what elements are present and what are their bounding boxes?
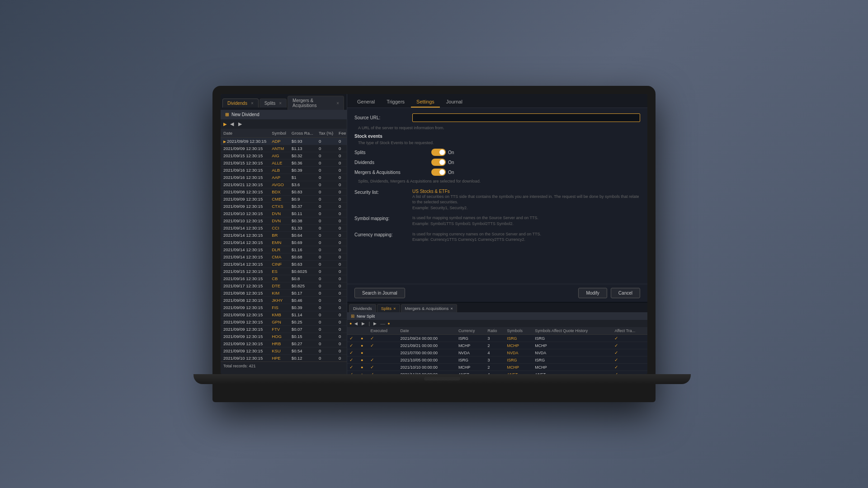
bottom-tab-mergers-label: Mergers & Acquisitions	[405, 306, 449, 311]
dividends-toggle-track[interactable]	[431, 159, 446, 166]
nav-settings[interactable]: Settings	[411, 97, 440, 108]
bcol-symbols-affect[interactable]: Symbols Affect Quote History	[533, 327, 612, 335]
bottom-tab-splits-close[interactable]: ×	[393, 306, 396, 311]
nav-general[interactable]: General	[352, 97, 380, 108]
table-row[interactable]: 2021/09/14 12:30:15 CINF $0.63 0 0	[221, 261, 347, 268]
bottom-table-row[interactable]: ✓ ● ✓ 2021/09/24 00:00:00 ISRG 3 ISRG IS…	[347, 335, 647, 342]
table-row[interactable]: 2021/09/09 12:30:15 FIS $0.39 0 0	[221, 304, 347, 311]
bottom-table-row[interactable]: ✓ ● ✓ 2021/09/21 00:00:00 MCHP 2 MCHP MC…	[347, 342, 647, 349]
bottom-tab-splits[interactable]: Splits ×	[377, 304, 400, 312]
mergers-toggle[interactable]: On	[431, 169, 454, 176]
cell-fee: 0	[336, 275, 347, 282]
bottom-nav-forward[interactable]: ▶	[360, 321, 366, 326]
source-url-row: Source URL:	[354, 113, 640, 122]
bcol-status[interactable]	[359, 327, 368, 335]
table-row[interactable]: 2021/09/14 12:30:15 BR $0.64 0 0	[221, 232, 347, 239]
bcol-affect-tra[interactable]: Affect Tra...	[612, 327, 647, 335]
table-row[interactable]: 2021/09/08 12:30:15 KIM $0.17 0 0	[221, 290, 347, 297]
table-row[interactable]: 2021/09/09 12:30:15 HRB $0.27 0 0	[221, 340, 347, 347]
table-row[interactable]: 2021/09/09 12:30:15 HOG $0.15 0 0	[221, 333, 347, 340]
cell-symbol: DTE	[269, 282, 289, 290]
mergers-toggle-track[interactable]	[431, 169, 446, 176]
splits-toggle-track[interactable]	[431, 149, 446, 156]
col-fee[interactable]: Fee (%)	[336, 129, 347, 138]
source-url-input[interactable]	[412, 113, 640, 122]
table-row[interactable]: 2021/09/16 12:30:15 ALB $0.39 0 0	[221, 167, 347, 174]
tab-mergers[interactable]: Mergers & Acquisitions ×	[288, 96, 344, 110]
bcol-ratio[interactable]: Ratio	[485, 327, 505, 335]
bcell-symbol: MCHP	[505, 342, 533, 349]
bottom-table-row[interactable]: ✓ ● ✓ 2021/11/18 00:00:00 ANET 4 ANET AN…	[347, 371, 647, 375]
bottom-tab-mergers[interactable]: Mergers & Acquisitions ×	[401, 304, 457, 312]
table-row[interactable]: 2021/09/10 12:30:15 DVN $0.38 0 0	[221, 217, 347, 225]
bcell-date: 2021/10/05 00:00:00	[398, 357, 456, 364]
cell-symbol: GPN	[269, 319, 289, 326]
cancel-button[interactable]: Cancel	[611, 288, 640, 298]
table-row[interactable]: 2021/09/10 12:30:15 DVN $0.11 0 0	[221, 210, 347, 217]
cell-date: 2021/09/09 12:30:15	[221, 196, 269, 203]
table-row[interactable]: 2021/09/09 12:30:15 CTXS $0.37 0 0	[221, 203, 347, 210]
col-tax[interactable]: Tax (%)	[316, 129, 336, 138]
cell-tax: 0	[316, 174, 336, 181]
table-row[interactable]: 2021/09/14 12:30:15 CMA $0.68 0 0	[221, 253, 347, 261]
table-row[interactable]: 2021/09/09 12:30:15 ANTM $1.13 0 0	[221, 145, 347, 152]
splits-toggle[interactable]: On	[431, 149, 454, 156]
dividends-toggle[interactable]: On	[431, 159, 454, 166]
col-symbol[interactable]: Symbol	[269, 129, 289, 138]
bcol-symbols[interactable]: Symbols	[505, 327, 533, 335]
bottom-add-btn[interactable]: ▶	[372, 321, 378, 326]
table-row[interactable]: 2021/09/17 12:30:15 DTE $0.825 0 0	[221, 282, 347, 290]
search-journal-button[interactable]: Search in Journal	[354, 288, 405, 298]
bcol-executed[interactable]: Executed	[368, 327, 398, 335]
bcol-date[interactable]: Date	[398, 327, 456, 335]
tab-mergers-close[interactable]: ×	[336, 101, 339, 106]
bottom-table-row[interactable]: ✓ ● ✓ 2021/10/05 00:00:00 ISRG 3 ISRG IS…	[347, 357, 647, 364]
tab-splits[interactable]: Splits ×	[259, 99, 287, 108]
table-row[interactable]: 2021/09/09 12:30:15 FTV $0.07 0 0	[221, 326, 347, 333]
nav-forward-btn[interactable]: ▶	[237, 121, 243, 127]
table-row[interactable]: 2021/09/14 12:30:15 CCI $1.33 0 0	[221, 225, 347, 232]
cell-symbol: HPE	[269, 355, 289, 362]
tab-dividends[interactable]: Dividends ×	[222, 99, 259, 108]
bcol-check[interactable]	[347, 327, 359, 335]
table-row[interactable]: 2021/09/09 12:30:15 KSU $0.54 0 0	[221, 347, 347, 355]
bottom-tab-mergers-close[interactable]: ×	[450, 306, 453, 311]
bcell-check: ✓	[347, 357, 359, 364]
table-row[interactable]: 2021/09/10 12:30:15 HPE $0.12 0 0	[221, 355, 347, 362]
table-row[interactable]: 2021/09/08 12:30:15 JKHY $0.46 0 0	[221, 297, 347, 304]
table-row[interactable]: 2021/09/15 12:30:15 ALLE $0.36 0 0	[221, 160, 347, 167]
bottom-nav-back[interactable]: ◀	[353, 321, 359, 326]
table-row[interactable]: 2021/09/14 12:30:15 EMN $0.69 0 0	[221, 239, 347, 246]
table-row[interactable]: ▶2021/09/09 12:30:15 ADP $0.93 0 0	[221, 138, 347, 145]
table-row[interactable]: 2021/09/09 12:30:15 GPN $0.25 0 0	[221, 319, 347, 326]
table-row[interactable]: 2021/09/16 12:30:15 AAP $1 0 0	[221, 174, 347, 181]
modify-button[interactable]: Modify	[578, 288, 607, 298]
bottom-table-row[interactable]: ✓ ● 2021/07/00 00:00:00 NVDA 4 NVDA NVDA…	[347, 349, 647, 357]
bottom-tab-dividends[interactable]: Dividends	[349, 304, 376, 312]
table-row[interactable]: 2021/09/08 12:30:15 BDX $0.83 0 0	[221, 188, 347, 196]
cell-symbol: HRB	[269, 340, 289, 347]
bottom-plus-icon: ⊞	[351, 314, 354, 319]
table-row[interactable]: 2021/09/14 12:30:15 DLR $1.16 0 0	[221, 246, 347, 253]
table-row[interactable]: 2021/09/21 12:30:15 AVGO $3.6 0 0	[221, 181, 347, 188]
cell-fee: 0	[336, 311, 347, 319]
nav-triggers[interactable]: Triggers	[381, 97, 410, 108]
left-section-title: New Dividend	[231, 112, 259, 117]
tab-dividends-close[interactable]: ×	[251, 101, 254, 106]
tab-splits-close[interactable]: ×	[279, 101, 282, 106]
cell-fee: 0	[336, 145, 347, 152]
col-date[interactable]: Date	[221, 129, 269, 138]
cell-date: 2021/09/14 12:30:15	[221, 246, 269, 253]
nav-journal[interactable]: Journal	[441, 97, 468, 108]
bottom-table-row[interactable]: ✓ ● ✓ 2021/10/10 00:00:00 MCHP 2 MCHP MC…	[347, 364, 647, 371]
table-row[interactable]: 2021/09/15 12:30:15 AIG $0.32 0 0	[221, 152, 347, 160]
table-row[interactable]: 2021/09/16 12:30:15 CB $0.8 0 0	[221, 275, 347, 282]
cell-date: 2021/09/16 12:30:15	[221, 275, 269, 282]
bcell-symbol: ISRG	[505, 335, 533, 342]
bcol-currency[interactable]: Currency	[456, 327, 486, 335]
table-row[interactable]: 2021/09/09 12:30:15 KMB $1.14 0 0	[221, 311, 347, 319]
table-row[interactable]: 2021/09/09 12:30:15 CME $0.9 0 0	[221, 196, 347, 203]
nav-back-btn[interactable]: ◀	[229, 121, 235, 127]
table-row[interactable]: 2021/09/15 12:30:15 ES $0.6025 0 0	[221, 268, 347, 275]
col-gross[interactable]: Gross Ra...	[289, 129, 316, 138]
